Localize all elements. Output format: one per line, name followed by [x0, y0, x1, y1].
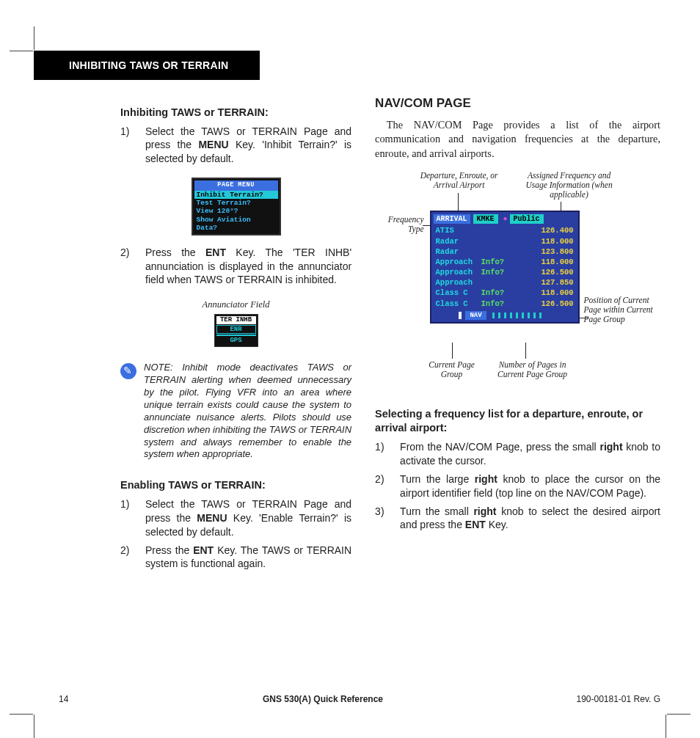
step-text: Turn the small [400, 505, 473, 517]
step-text: Key. [486, 519, 508, 530]
page-ticks [492, 313, 544, 318]
callout-assigned: Assigned Frequency and Usage Information… [518, 171, 621, 200]
callout-curgrp: Current Page Group [423, 360, 481, 379]
footer-title: GNS 530(A) Quick Reference [117, 693, 528, 705]
page-number: 14 [59, 693, 117, 705]
inhibit-steps: Select the TAWS or TERRAIN Page and pres… [120, 125, 351, 171]
annunciator-screenshot: TER INHB ENR GPS [214, 314, 258, 347]
page-menu-figure: PAGE MENU Inhibit Terrain? Test Terrain?… [120, 178, 351, 235]
freq-info [481, 225, 517, 235]
enable-step-1: Select the TAWS or TERRAIN Page and pres… [120, 497, 351, 539]
leader-line [423, 225, 430, 226]
hdr-dot: ● [503, 214, 508, 224]
freq-row: Class CInfo?118.000 [434, 288, 576, 298]
leader-line [525, 343, 526, 359]
freq-row: ApproachInfo?126.500 [434, 267, 576, 277]
step-2: Press the ENT Key. The 'TER INHB' annunc… [120, 246, 351, 288]
hdr-ident: KMKE [473, 214, 498, 224]
menu-opt-view: View 120°? [194, 207, 278, 215]
freq-type: Radar [436, 246, 481, 257]
freq-row: Radar123.800 [434, 246, 576, 257]
section-tab: INHIBITING TAWS OR TERRAIN [34, 51, 260, 80]
crop-mark [34, 715, 34, 738]
selecting-steps: From the NAV/COM Page, press the small r… [375, 440, 660, 536]
leader-line [578, 318, 588, 318]
ent-key: ENT [193, 544, 214, 556]
freq-value: 127.850 [517, 277, 574, 288]
note-icon [120, 363, 136, 379]
navcom-title: NAV/COM PAGE [375, 95, 660, 112]
freq-type: Class C [436, 288, 481, 298]
freq-row: Radar118.000 [434, 236, 576, 246]
leader-line [452, 343, 453, 359]
freq-value: 118.000 [517, 257, 574, 267]
selecting-heading: Selecting a frequency list for a departu… [375, 407, 660, 436]
enable-heading: Enabling TAWS or TERRAIN: [120, 478, 351, 493]
freq-row: ApproachInfo?118.000 [434, 257, 576, 267]
freq-type: ATIS [436, 225, 481, 235]
freq-type: Approach [436, 257, 481, 267]
step-text: Press the [145, 246, 205, 258]
step-text: Turn the large [400, 473, 475, 485]
menu-key: MENU [197, 512, 227, 524]
step-text: From the NAV/COM Page, press the small [400, 441, 599, 453]
freq-info: Info? [481, 267, 517, 277]
freq-info [481, 246, 517, 257]
callout-freqtype: Frequency Type [379, 215, 424, 234]
ent-key: ENT [465, 519, 486, 530]
sel-step-1: From the NAV/COM Page, press the small r… [375, 440, 660, 468]
freq-type: Approach [436, 267, 481, 277]
crop-mark [666, 715, 666, 738]
ann-ter-inhb: TER INHB [216, 316, 256, 324]
menu-key: MENU [198, 139, 228, 150]
callout-numpages: Number of Pages in Current Page Group [489, 360, 577, 379]
right-knob: right [475, 473, 497, 485]
page-marker [459, 312, 462, 319]
right-knob: right [599, 441, 622, 453]
hdr-public: Public [510, 214, 544, 224]
right-column: NAV/COM PAGE The NAV/COM Page provides a… [375, 95, 660, 697]
menu-title: PAGE MENU [194, 180, 278, 190]
inhibit-steps-2: Press the ENT Key. The 'TER INHB' annunc… [120, 246, 351, 292]
ent-key: ENT [205, 246, 226, 258]
freq-value: 123.800 [517, 246, 574, 257]
menu-opt-inhibit: Inhibit Terrain? [194, 191, 278, 199]
nav-group-label: NAV [465, 311, 486, 320]
callout-position: Position of Current Page within Current … [584, 296, 657, 325]
step-text: Press the [145, 544, 193, 556]
crop-mark [667, 714, 690, 715]
freq-type: Approach [436, 277, 481, 288]
freq-rows: ATIS126.400Radar118.000Radar123.800Appro… [434, 225, 576, 308]
annunciator-figure: Annunciator Field TER INHB ENR GPS [120, 299, 351, 347]
footer-revision: 190-00181-01 Rev. G [528, 693, 660, 705]
freq-row: Class CInfo?126.500 [434, 299, 576, 309]
freq-type: Class C [436, 299, 481, 309]
freq-info: Info? [481, 288, 517, 298]
page-menu-screenshot: PAGE MENU Inhibit Terrain? Test Terrain?… [192, 178, 281, 235]
page-body: Inhibiting TAWS or TERRAIN: Select the T… [59, 95, 660, 697]
navcom-header: ARRIVAL KMKE ● Public [434, 214, 576, 224]
ann-enr: ENR [216, 325, 256, 334]
navcom-figure: Departure, Enroute, or Arrival Airport A… [379, 171, 657, 391]
right-knob: right [473, 505, 496, 517]
crop-mark [34, 26, 34, 50]
freq-info [481, 236, 517, 246]
freq-value: 126.500 [517, 299, 574, 309]
menu-opt-aviation: Show Aviation Data? [194, 216, 278, 233]
freq-info: Info? [481, 257, 517, 267]
crop-mark [10, 51, 33, 51]
crop-mark [10, 714, 33, 715]
annunciator-caption: Annunciator Field [120, 299, 351, 311]
note-block: NOTE: Inhibit mode deactivates TAWS or T… [120, 362, 351, 461]
freq-row: Approach127.850 [434, 277, 576, 288]
sel-step-3: Turn the small right knob to select the … [375, 505, 660, 533]
freq-value: 126.500 [517, 267, 574, 277]
freq-info: Info? [481, 299, 517, 309]
freq-value: 118.000 [517, 288, 574, 298]
ann-gps: GPS [216, 337, 256, 344]
freq-value: 118.000 [517, 236, 574, 246]
navcom-footer: NAV [434, 311, 576, 320]
freq-row: ATIS126.400 [434, 225, 576, 235]
freq-value: 126.400 [517, 225, 574, 235]
freq-type: Radar [436, 236, 481, 246]
